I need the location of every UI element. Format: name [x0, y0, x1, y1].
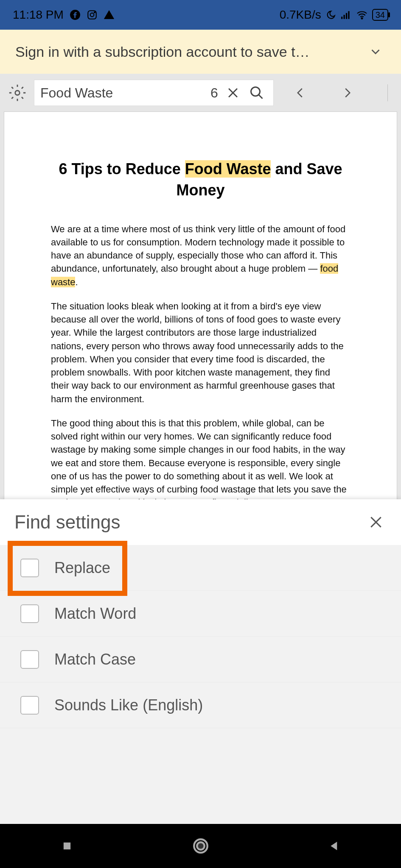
checkbox[interactable] — [20, 650, 39, 669]
checkbox[interactable] — [20, 696, 39, 715]
android-status-bar: 11:18 PM 0.7KB/s 34 — [0, 0, 401, 30]
android-nav-bar — [0, 824, 401, 868]
search-icon[interactable] — [246, 82, 267, 103]
instagram-icon — [87, 9, 98, 20]
sheet-header: Find settings — [0, 499, 401, 545]
battery-level-text: 34 — [376, 10, 385, 19]
document-paragraph: The situation looks bleak when looking a… — [51, 300, 350, 406]
option-label: Replace — [54, 559, 110, 577]
signin-banner[interactable]: Sign in with a subscription account to s… — [0, 30, 401, 74]
banner-message: Sign in with a subscription account to s… — [15, 44, 310, 60]
svg-line-13 — [258, 95, 262, 99]
svg-rect-18 — [63, 843, 70, 849]
prev-result-button[interactable] — [290, 82, 311, 103]
chevron-down-icon[interactable] — [363, 39, 388, 64]
find-input[interactable] — [40, 85, 210, 101]
checkbox[interactable] — [20, 559, 39, 577]
svg-point-12 — [251, 87, 260, 96]
p1-post: . — [75, 277, 78, 287]
moon-icon — [325, 9, 337, 20]
find-settings-sheet: Find settings Replace Match Word Match C… — [0, 499, 401, 824]
svg-rect-6 — [346, 13, 347, 19]
wifi-icon — [356, 10, 368, 19]
option-label: Match Word — [54, 605, 136, 623]
option-match-word[interactable]: Match Word — [0, 591, 401, 637]
svg-point-20 — [197, 842, 205, 850]
clear-icon[interactable] — [222, 82, 244, 103]
status-time: 11:18 PM — [13, 8, 64, 22]
title-highlight: Food Waste — [185, 160, 271, 178]
document-paragraph: The good thing about this is that this p… — [51, 417, 350, 509]
svg-rect-7 — [348, 11, 349, 19]
status-right-group: 0.7KB/s 34 — [280, 8, 388, 22]
find-search-box[interactable]: 6 — [34, 80, 274, 106]
option-replace[interactable]: Replace — [0, 545, 401, 591]
p1-pre: We are at a time where most of us think … — [51, 224, 345, 274]
warning-icon — [104, 9, 115, 20]
next-result-button[interactable] — [337, 82, 358, 103]
checkbox[interactable] — [20, 604, 39, 623]
option-label: Match Case — [54, 651, 136, 668]
svg-rect-5 — [343, 15, 345, 19]
svg-point-8 — [361, 18, 362, 19]
signal-icon — [341, 10, 352, 19]
svg-point-3 — [94, 12, 95, 13]
svg-point-9 — [15, 91, 20, 95]
find-toolbar: 6 — [0, 74, 401, 112]
back-button[interactable] — [324, 835, 345, 857]
toolbar-separator — [387, 84, 388, 101]
close-icon[interactable] — [365, 512, 387, 533]
status-left-group: 11:18 PM — [13, 8, 115, 22]
svg-point-2 — [90, 13, 94, 17]
title-pre: 6 Tips to Reduce — [59, 160, 185, 178]
document-viewport: 6 Tips to Reduce Food Waste and Save Mon… — [0, 112, 401, 868]
battery-indicator: 34 — [372, 9, 388, 21]
document-title: 6 Tips to Reduce Food Waste and Save Mon… — [51, 159, 350, 201]
sheet-body: Replace Match Word Match Case Sounds Lik… — [0, 545, 401, 824]
facebook-icon — [70, 9, 81, 20]
recent-apps-button[interactable] — [56, 835, 78, 857]
home-button[interactable] — [190, 835, 211, 857]
find-nav-group — [290, 82, 401, 103]
svg-rect-4 — [341, 17, 342, 19]
sheet-title: Find settings — [14, 512, 120, 533]
option-label: Sounds Like (English) — [54, 696, 203, 714]
option-match-case[interactable]: Match Case — [0, 637, 401, 682]
gear-icon[interactable] — [8, 82, 26, 103]
document-paragraph: We are at a time where most of us think … — [51, 223, 350, 289]
network-speed: 0.7KB/s — [280, 8, 321, 22]
option-sounds-like[interactable]: Sounds Like (English) — [0, 682, 401, 728]
result-count: 6 — [210, 85, 222, 101]
